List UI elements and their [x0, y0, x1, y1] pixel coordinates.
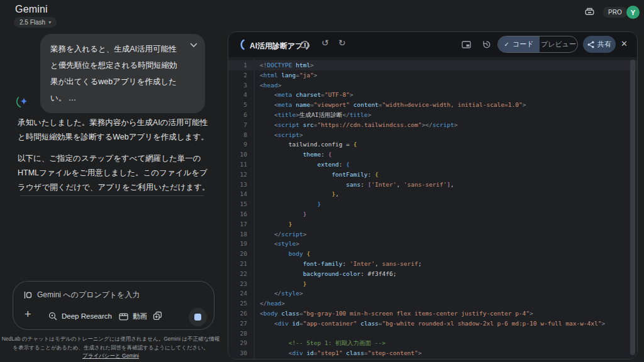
- code-line: 13 sans: ['Inter', 'sans-serif'],: [228, 180, 637, 190]
- version-history-icon[interactable]: [482, 40, 491, 49]
- code-line: 31 <h1 class="text-2xl md:text-3xl font-…: [228, 358, 637, 359]
- prompt-cursor-icon: [24, 291, 32, 299]
- code-line: 14 },: [228, 189, 637, 199]
- code-lines: 1<!DOCTYPE html>2<html lang="ja">3<head>…: [228, 57, 637, 359]
- code-line: 4 <meta charset="UTF-8">: [228, 90, 637, 100]
- code-line: 29 <!-- Step 1: 初期入力画面 -->: [228, 338, 637, 348]
- code-line: 19 <style>: [228, 239, 637, 249]
- code-line: 5 <meta name="viewport" content="width=d…: [228, 100, 637, 110]
- video-label: 動画: [133, 312, 147, 321]
- stop-icon: [194, 314, 201, 321]
- app-logo: Gemini: [15, 4, 48, 15]
- plus-icon[interactable]: +: [25, 309, 31, 320]
- code-line: 1<!DOCTYPE html>: [228, 60, 637, 70]
- check-icon: ✓: [504, 41, 509, 48]
- prompt-placeholder: Gemini へのプロンプトを入力: [37, 290, 140, 300]
- code-line: 24 </style>: [228, 288, 637, 299]
- canvas-header: AI活用診断アプリ ↺ ↻: [228, 32, 637, 57]
- privacy-link[interactable]: プライバシーと Gemini: [82, 353, 139, 359]
- canvas-panel: AI活用診断アプリ ↺ ↻: [228, 31, 638, 359]
- code-line: 11 extend: {: [228, 160, 637, 170]
- code-line: 30 <div id="step1" class="step-content">: [228, 348, 637, 358]
- prompt-input[interactable]: Gemini へのプロンプトを入力: [24, 290, 140, 300]
- footer-line2: を表示することがあるため、生成された回答を再確認するようにしてください。: [13, 344, 209, 351]
- code-line: 28: [228, 329, 637, 339]
- view-toggle: ✓ コード プレビュー: [497, 36, 578, 53]
- code-line: 22 background-color: #f3f4f6;: [228, 269, 637, 279]
- gemini-app: Gemini 2.5 Flash ▾ PRO Y 業務を入れると、生成AI活用可…: [0, 0, 644, 362]
- picture-in-picture-icon[interactable]: [462, 41, 471, 48]
- cloud-save-icon[interactable]: [300, 41, 310, 48]
- deep-research-button[interactable]: Deep Research: [48, 312, 112, 321]
- chevron-down-icon: ▾: [48, 19, 51, 25]
- tab-preview[interactable]: プレビュー: [540, 36, 577, 52]
- tab-code[interactable]: ✓ コード: [498, 36, 540, 52]
- code-line: 10 theme: {: [228, 150, 637, 160]
- user-message-bubble: 業務を入れると、生成AI活用可能性と優先順位を想定される時間短縮効果が出てくるw…: [40, 34, 205, 113]
- redo-icon[interactable]: ↻: [338, 38, 346, 48]
- code-editor[interactable]: 1<!DOCTYPE html>2<html lang="ja">3<head>…: [228, 57, 637, 359]
- code-line: 20 body {: [228, 249, 637, 259]
- code-line: 16 }: [228, 209, 637, 219]
- code-line: 18 </script>: [228, 229, 637, 239]
- code-line: 8 <script>: [228, 130, 637, 140]
- code-line: 6 <title>生成AI活用診断</title>: [228, 110, 637, 120]
- code-line: 27 <div id="app-container" class="bg-whi…: [228, 319, 637, 329]
- code-line: 15 }: [228, 199, 637, 209]
- code-line: 26<body class="bg-gray-100 min-h-screen …: [228, 309, 637, 319]
- canvas-button[interactable]: [153, 311, 162, 321]
- footer-disclaimer: NedLab のチャットはモデルのトレーニングには使用されません。Gemini …: [0, 335, 221, 361]
- video-button[interactable]: 動画: [119, 312, 147, 321]
- deep-research-label: Deep Research: [62, 312, 112, 320]
- expand-message-chevron-icon[interactable]: [190, 43, 197, 48]
- code-line: 3<head>: [228, 80, 637, 90]
- video-icon: [119, 313, 128, 321]
- gemini-crescent-icon: [236, 39, 245, 50]
- close-icon[interactable]: ✕: [621, 39, 628, 48]
- search-icon: [48, 312, 57, 321]
- canvas-icon: [153, 311, 162, 321]
- avatar[interactable]: Y: [626, 6, 640, 19]
- model-label: 2.5 Flash: [19, 19, 45, 26]
- prompt-composer[interactable]: Gemini へのプロンプトを入力 + Deep Research 動画: [13, 281, 214, 330]
- code-line: 2<html lang="ja">: [228, 70, 637, 80]
- response-paragraph: 以下に、ご指定のステップをすべて網羅した単一のHTMLファイルをご用意しました。…: [18, 151, 211, 195]
- footer-line1: NedLab のチャットはモデルのトレーニングには使用されません。Gemini …: [2, 336, 220, 342]
- user-message-text: 業務を入れると、生成AI活用可能性と優先順位を想定される時間短縮効果が出てくるw…: [50, 45, 177, 102]
- tab-preview-label: プレビュー: [541, 40, 576, 49]
- pro-badge: PRO: [603, 7, 627, 18]
- share-icon: [587, 41, 594, 48]
- undo-icon[interactable]: ↺: [321, 38, 329, 48]
- code-line: 17 }: [228, 219, 637, 229]
- share-label: 共有: [597, 40, 611, 49]
- code-line: 25</head>: [228, 299, 637, 309]
- code-line: 21 font-family: 'Inter', sans-serif;: [228, 259, 637, 269]
- model-selector[interactable]: 2.5 Flash ▾: [14, 17, 57, 28]
- tab-code-label: コード: [513, 40, 534, 49]
- gemini-sparkle-icon: [16, 96, 29, 109]
- code-line: 7 <script src="https://cdn.tailwindcss.c…: [228, 120, 637, 130]
- share-button[interactable]: 共有: [583, 36, 616, 53]
- code-line: 23 }: [228, 279, 637, 289]
- printer-icon[interactable]: [584, 7, 595, 18]
- code-line: 12 fontFamily: {: [228, 170, 637, 180]
- response-paragraph: 承知いたしました。業務内容から生成AIの活用可能性と時間短縮効果を診断するWeb…: [18, 116, 211, 145]
- code-line: 9 tailwind.config = {: [228, 140, 637, 150]
- stop-generating-button[interactable]: [189, 308, 207, 326]
- editor-scrollbar[interactable]: [630, 60, 635, 355]
- response-divider: [20, 195, 204, 196]
